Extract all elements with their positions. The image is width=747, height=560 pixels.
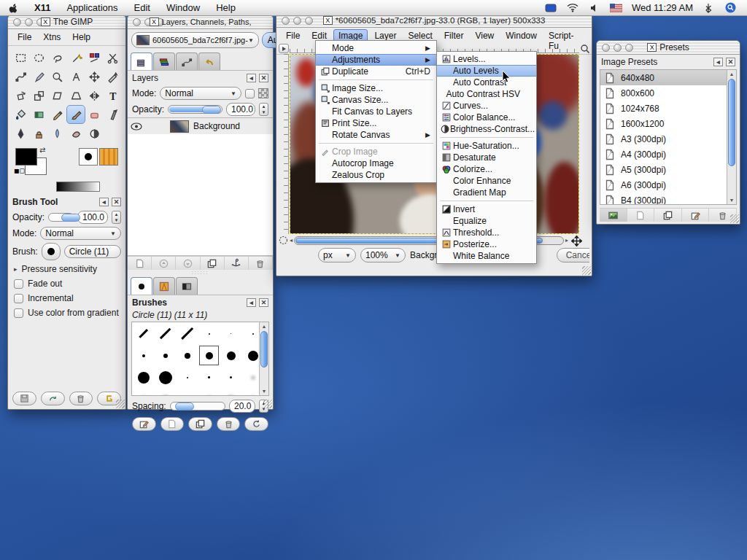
minimize-button[interactable] xyxy=(144,18,152,26)
window-controls[interactable] xyxy=(128,18,164,26)
quick-mask-icon[interactable] xyxy=(279,236,288,245)
zoom-button[interactable] xyxy=(156,18,164,26)
duplicate-layer-button[interactable] xyxy=(201,257,225,270)
adjustments-menu-item-desaturate[interactable]: Desaturate xyxy=(437,152,536,163)
menubar-item-help[interactable]: Help xyxy=(208,0,244,16)
check-incremental[interactable]: Incremental xyxy=(8,291,125,306)
dodge-burn-tool[interactable] xyxy=(85,124,104,143)
adjustments-menu-item-threshold[interactable]: Threshold... xyxy=(437,227,536,238)
crop-tool[interactable] xyxy=(104,67,122,86)
close-panel-button[interactable]: ✕ xyxy=(726,58,735,66)
layer-opacity-slider[interactable] xyxy=(168,105,222,114)
rect-select-tool[interactable] xyxy=(12,48,30,67)
spacing-value[interactable]: 20.0 xyxy=(229,400,255,413)
brush-cell[interactable] xyxy=(199,389,219,396)
brush-cell[interactable] xyxy=(133,368,153,387)
adjustments-menu-item-colorize[interactable]: Colorize... xyxy=(437,163,536,175)
edit-brush-button[interactable] xyxy=(132,417,156,431)
brush-cell[interactable] xyxy=(221,368,241,387)
image-menu-item-fit-canvas-to-layers[interactable]: Fit Canvas to Layers xyxy=(316,106,436,117)
adjustments-menu-item-auto-contrast[interactable]: Auto Contrast xyxy=(437,77,536,88)
adjustments-menu-item-white-balance[interactable]: White Balance xyxy=(437,250,536,262)
pan-image-icon[interactable] xyxy=(571,236,581,246)
spotlight-icon[interactable] xyxy=(724,2,737,14)
checkbox-icon[interactable] xyxy=(14,279,23,289)
measure-tool[interactable] xyxy=(66,67,85,86)
image-selector[interactable]: 60605605_bda7c2f6f7.jpg-▼ xyxy=(131,32,259,48)
menu-arrow-button[interactable]: ◂ xyxy=(713,58,723,66)
menubar-item-window[interactable]: Window xyxy=(158,0,208,16)
preset-item-a4-300dpi-[interactable]: A4 (300dpi) xyxy=(600,147,736,162)
brush-cell[interactable] xyxy=(199,346,219,365)
trash-button[interactable] xyxy=(69,392,93,405)
close-panel-button[interactable]: ✕ xyxy=(112,198,121,206)
brush-name-field[interactable]: Circle (11) xyxy=(64,245,121,258)
gradient-tool[interactable] xyxy=(30,105,48,124)
window-controls[interactable] xyxy=(276,17,313,25)
perspective-tool[interactable] xyxy=(66,86,85,105)
zoom-select[interactable]: 100%▼ xyxy=(360,248,406,262)
eraser-tool[interactable] xyxy=(85,105,104,124)
brush-cell[interactable] xyxy=(133,346,153,365)
image-menu-item-zealous-crop[interactable]: Zealous Crop xyxy=(316,169,436,181)
close-panel-button[interactable]: ✕ xyxy=(259,298,268,307)
fuzzy-select-tool[interactable] xyxy=(66,48,85,67)
brush-cell[interactable] xyxy=(199,324,219,343)
new-layer-button[interactable] xyxy=(128,257,152,270)
layers-titlebar[interactable]: XLayers, Channels, Paths, xyxy=(128,15,273,29)
brush-cell[interactable] xyxy=(221,324,241,343)
delete-layer-button[interactable] xyxy=(249,257,273,270)
shear-tool[interactable] xyxy=(48,86,66,105)
minimize-button[interactable] xyxy=(25,18,33,26)
image-menu-item-rotate-canvas[interactable]: Rotate Canvas▶ xyxy=(316,129,436,141)
opacity-slider[interactable] xyxy=(48,213,74,222)
brush-cell[interactable] xyxy=(221,346,241,365)
resize-grip[interactable] xyxy=(730,214,739,223)
duplicate-preset-button[interactable] xyxy=(654,209,682,222)
anchor-button[interactable] xyxy=(225,257,249,270)
gradients-tab[interactable] xyxy=(176,277,198,295)
select-by-color-tool[interactable] xyxy=(85,48,104,67)
brush-cell[interactable] xyxy=(155,324,175,343)
adjustments-menu-item-auto-contrast-hsv[interactable]: Auto Contrast HSV xyxy=(437,88,536,100)
flip-tool[interactable] xyxy=(85,86,104,105)
blur-tool[interactable] xyxy=(48,124,66,143)
window-controls[interactable] xyxy=(597,44,633,52)
visibility-eye-icon[interactable] xyxy=(131,122,142,131)
pencil-tool[interactable] xyxy=(48,105,66,124)
edit-preset-button[interactable] xyxy=(682,209,710,222)
opacity-spinner[interactable]: ▲▼ xyxy=(112,211,121,224)
adjustments-menu-item-levels[interactable]: Levels... xyxy=(437,53,536,65)
unit-select[interactable]: px▼ xyxy=(318,248,356,262)
preset-item-b4-300dpi-[interactable]: B4 (300dpi) xyxy=(600,192,736,205)
airbrush-tool[interactable] xyxy=(104,105,122,124)
minimize-button[interactable] xyxy=(293,17,301,25)
presets-scrollbar[interactable]: ▲▼ xyxy=(727,70,736,204)
mode-select[interactable]: Normal▼ xyxy=(40,227,121,240)
preset-item-1600x1200[interactable]: 1600x1200 xyxy=(600,116,736,131)
rotate-tool[interactable] xyxy=(12,86,30,105)
vertical-ruler[interactable] xyxy=(279,54,289,234)
brush-cell[interactable] xyxy=(133,389,153,396)
toolbox-menu-file[interactable]: File xyxy=(12,31,36,44)
active-gradient-indicator[interactable] xyxy=(56,182,100,192)
brush-cell[interactable] xyxy=(155,389,175,396)
duplicate-brush-button[interactable] xyxy=(188,417,212,431)
color-picker-tool[interactable] xyxy=(30,67,48,86)
image-menu-item-adjustments[interactable]: Adjustments▶ xyxy=(316,54,436,66)
menu-arrow-button[interactable]: ◂ xyxy=(247,74,256,82)
close-button[interactable] xyxy=(133,18,141,26)
default-colors-icon[interactable]: ◼◻ xyxy=(14,167,25,174)
spacing-slider[interactable] xyxy=(170,402,225,411)
bucket-fill-tool[interactable] xyxy=(12,105,30,124)
image-menu-button[interactable] xyxy=(279,44,289,53)
zoom-image-icon[interactable] xyxy=(580,44,590,54)
refresh-button[interactable] xyxy=(244,417,268,431)
pane-divider-grip[interactable]: :::::: xyxy=(128,270,273,276)
minimize-button[interactable] xyxy=(614,44,622,52)
checkbox-icon[interactable] xyxy=(14,308,23,318)
menu-arrow-button[interactable]: ◂ xyxy=(99,198,109,206)
adjustments-menu-item-color-enhance[interactable]: Color Enhance xyxy=(437,175,536,187)
menu-arrow-button[interactable]: ◂ xyxy=(247,298,256,307)
wifi-icon[interactable] xyxy=(566,2,579,14)
